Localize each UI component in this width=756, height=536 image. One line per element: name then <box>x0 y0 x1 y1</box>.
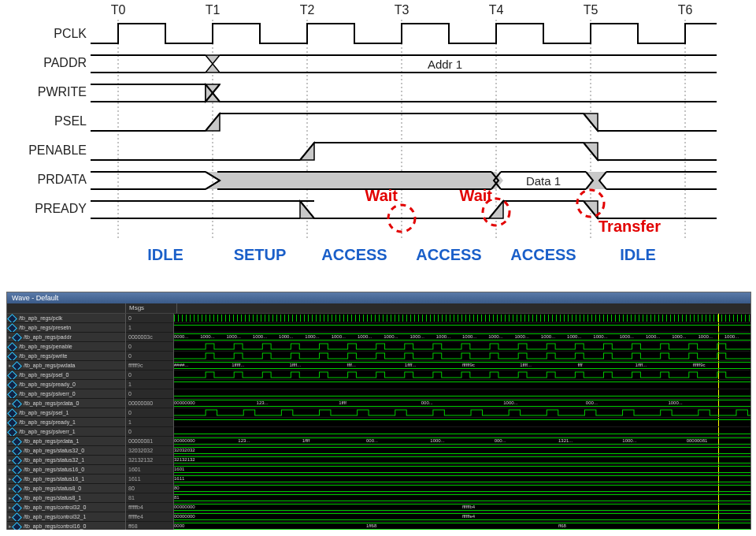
signal-name[interactable]: /tb_apb_regs/psel_1 <box>7 408 125 418</box>
label-pclk: PCLK <box>54 27 87 40</box>
signal-name[interactable]: /tb_apb_regs/status16_1 <box>7 475 125 484</box>
time-ticks: T0 T1 T2 T3 T4 T5 T6 <box>111 3 693 17</box>
signal-value: 1611 <box>126 475 173 484</box>
signal-name[interactable]: /tb_apb_regs/status32_1 <box>7 456 125 465</box>
signal-name[interactable]: /tb_apb_regs/pready_0 <box>7 380 125 389</box>
wave-pclk <box>91 24 717 43</box>
wave-pready <box>91 201 717 218</box>
signal-name[interactable]: /tb_apb_regs/presetn <box>7 323 125 333</box>
label-psel: PSEL <box>54 114 87 128</box>
signal-name[interactable]: /tb_apb_regs/psel_0 <box>7 370 125 380</box>
signal-value: 80 <box>126 484 173 493</box>
signal-value: 81 <box>126 493 173 503</box>
label-paddr: PADDR <box>43 56 87 69</box>
signal-name[interactable]: /tb_apb_regs/pslverr_0 <box>7 389 125 399</box>
wave-psel <box>91 114 717 131</box>
signal-wave: ####...1fffff...1ffff...ffff...1ffff...f… <box>174 361 750 370</box>
signal-name[interactable]: /tb_apb_regs/prdata_0 <box>7 399 125 408</box>
signal-wave <box>174 380 750 389</box>
signal-value: 0 <box>126 408 173 418</box>
signal-value-column: 010000003c00ffffff9c01000000080010000000… <box>126 314 174 530</box>
ann-wait1: Wait <box>365 187 398 204</box>
signal-wave: 00001ff68ff68 <box>174 522 750 530</box>
signal-value: 0000003c <box>126 333 173 342</box>
ann-wait2: Wait <box>460 187 493 204</box>
paddr-value: Addr 1 <box>428 58 462 71</box>
signal-value: 0 <box>126 314 173 323</box>
tick-T0: T0 <box>111 3 126 17</box>
signal-value: 0 <box>126 389 173 399</box>
tick-T5: T5 <box>584 3 598 17</box>
wave-paddr: Addr 1 <box>91 55 717 73</box>
signal-name[interactable]: /tb_apb_regs/pwrite <box>7 352 125 361</box>
signal-name[interactable]: /tb_apb_regs/control32_0 <box>7 503 125 512</box>
signal-wave <box>174 370 750 380</box>
waveform-canvas[interactable]: 0000...1000...1000...1000...1000...1000.… <box>174 314 750 530</box>
wave-prdata: Data 1 <box>91 172 717 189</box>
signal-name[interactable]: /tb_apb_regs/pclk <box>7 314 125 323</box>
signal-value: 00000080 <box>126 399 173 408</box>
tick-T2: T2 <box>300 3 315 17</box>
signal-name[interactable]: /tb_apb_regs/paddr <box>7 333 125 342</box>
signal-value: 32132132 <box>126 456 173 465</box>
signal-wave: 32032032 <box>174 446 750 456</box>
signal-value: 0 <box>126 427 173 437</box>
signal-name[interactable]: /tb_apb_regs/pready_1 <box>7 418 125 427</box>
signal-wave: 80 <box>174 484 750 493</box>
signal-name[interactable]: /tb_apb_regs/control16_0 <box>7 522 125 530</box>
signal-wave <box>174 342 750 352</box>
annotations: Wait Wait Transfer <box>365 187 662 235</box>
signal-value: ffffffe4 <box>126 512 173 522</box>
svg-marker-22 <box>206 172 503 189</box>
signal-value: 00000081 <box>126 437 173 446</box>
signal-wave: 0000...1000...1000...1000...1000...1000.… <box>174 333 750 342</box>
svg-marker-9 <box>206 55 220 73</box>
signal-name[interactable]: /tb_apb_regs/status8_1 <box>7 493 125 503</box>
signal-name-column[interactable]: /tb_apb_regs/pclk/tb_apb_regs/presetn/tb… <box>7 314 126 530</box>
signal-wave <box>174 389 750 399</box>
signal-wave: 00000000ffffffb4 <box>174 503 750 512</box>
tick-T3: T3 <box>395 3 410 17</box>
signal-name[interactable]: /tb_apb_regs/status32_0 <box>7 446 125 456</box>
signal-name[interactable]: /tb_apb_regs/status8_0 <box>7 484 125 493</box>
signal-value: 1601 <box>126 465 173 475</box>
signal-name[interactable]: /tb_apb_regs/prdata_1 <box>7 437 125 446</box>
ann-transfer: Transfer <box>598 218 661 235</box>
signal-value: 1 <box>126 418 173 427</box>
signal-value: ff68 <box>126 522 173 530</box>
wave-penable <box>91 143 717 160</box>
label-penable: PENABLE <box>28 143 87 157</box>
signal-wave <box>174 408 750 418</box>
signal-value: 1 <box>126 323 173 333</box>
signal-wave: 00000000123...1ffff000...1000...000...10… <box>174 399 750 408</box>
tick-T1: T1 <box>206 3 220 17</box>
signal-wave <box>174 352 750 361</box>
signal-value: 1 <box>126 380 173 389</box>
signal-wave <box>174 314 750 323</box>
state-2: ACCESS <box>321 246 387 263</box>
signal-value: 0 <box>126 370 173 380</box>
signal-name[interactable]: /tb_apb_regs/penable <box>7 342 125 352</box>
label-pwrite: PWRITE <box>38 85 87 99</box>
signal-wave: 00000000ffffffe4 <box>174 512 750 522</box>
signal-value: 32032032 <box>126 446 173 456</box>
state-4: ACCESS <box>510 246 576 263</box>
signal-wave <box>174 323 750 333</box>
signal-name[interactable]: /tb_apb_regs/pslverr_1 <box>7 427 125 437</box>
bus-states: IDLE SETUP ACCESS ACCESS ACCESS IDLE <box>147 246 656 263</box>
signal-wave <box>174 418 750 427</box>
tick-T4: T4 <box>489 3 504 17</box>
signal-value: 0 <box>126 352 173 361</box>
state-5: IDLE <box>620 246 656 263</box>
wave-pwrite <box>91 84 717 102</box>
signal-wave <box>174 427 750 437</box>
wave-window-title: Wave - Default <box>7 292 750 303</box>
signal-name[interactable]: /tb_apb_regs/pwdata <box>7 361 125 370</box>
signal-wave: 1611 <box>174 475 750 484</box>
signal-value: 0 <box>126 342 173 352</box>
label-pready: PREADY <box>35 202 87 215</box>
signal-name[interactable]: /tb_apb_regs/control32_1 <box>7 512 125 522</box>
signal-wave: 32132132 <box>174 456 750 465</box>
signal-name[interactable]: /tb_apb_regs/status16_0 <box>7 465 125 475</box>
state-0: IDLE <box>147 246 183 263</box>
